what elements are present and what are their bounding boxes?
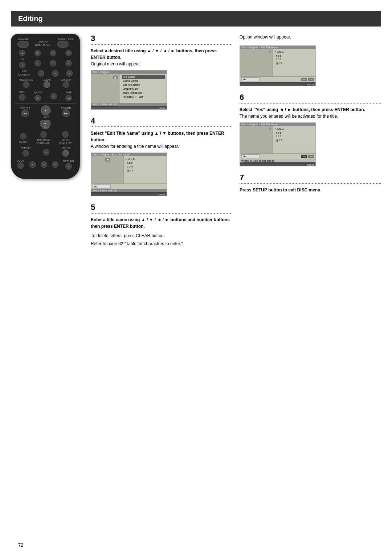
writing-progress-bar [259, 160, 274, 162]
s6-abc-line3: 1 2 3 [274, 135, 314, 139]
num1-button[interactable]: 1 [34, 50, 41, 56]
openclose-button[interactable] [57, 41, 69, 48]
screen3-item6: Protect OFF→ON [122, 95, 165, 99]
page-number: 72 [18, 542, 23, 548]
screen3-time: 0:01:25 [91, 107, 167, 109]
menu-button[interactable] [62, 131, 69, 138]
option-abc: ✓ A B C a b c 1 2 3 @ ! ? [274, 50, 314, 65]
screen4-thumb: ▣ [105, 158, 110, 162]
repeat-label: REPEAT [21, 147, 31, 150]
option-screen-title: Disc > Original > Edit Title Name [240, 46, 315, 49]
display-label: DISPLAY [34, 40, 51, 43]
step-5-text: Enter a title name using ▲ / ▼ / ◄ / ► b… [91, 216, 232, 230]
screen4-time: 0:01:25 [91, 194, 167, 196]
step-6-body: The name you entered will be activated f… [240, 114, 338, 119]
menu-label: MENUPLAY LIST [59, 139, 72, 145]
step-7-heading: Press SETUP button to exit DISC menu. [240, 187, 322, 193]
pause-button[interactable]: ⏸ [34, 95, 41, 101]
screen6-abc: ✓ A B C a b c 1 2 3 @ ! ? [274, 127, 314, 142]
step-3-body: Original menu will appear. [91, 61, 141, 66]
setup-button[interactable] [20, 133, 26, 139]
opt-abc-line2: a b c [274, 54, 314, 58]
topmenu-button[interactable] [40, 131, 47, 138]
step-5-body2: Refer to page 62 "Table for characters t… [91, 240, 232, 247]
ch-down-button[interactable]: ▼ [19, 62, 25, 68]
fwd-button[interactable]: ▶▶ [62, 109, 70, 117]
screen6-right: ✓ A B C a b c 1 2 3 @ ! ? [273, 126, 315, 153]
step-4-number: 4 [91, 116, 232, 126]
enter-label: ENTER [61, 147, 70, 150]
step-4: 4 Select "Edit Title Name" using ▲ / ▼ b… [91, 116, 232, 196]
steps-content: 3 Select a desired title using ▲ / ▼ / ◄… [91, 34, 381, 254]
nav-right-button[interactable]: ► [52, 161, 58, 168]
writing-label: Writing to Disc [241, 159, 258, 162]
step-6-divider [240, 103, 381, 104]
option-screen: Disc > Original > Edit Title Name ▣ ✓ A … [240, 45, 316, 86]
screen6-time: 0:01:25 [240, 164, 315, 166]
option-buttons: Yes No [301, 78, 314, 81]
remote-body: POWER DISPLAY TIMER PROG. OPEN/CLOSE ▲ 1… [11, 34, 80, 179]
nav-down-button[interactable]: ▼ [41, 161, 47, 168]
step-6-number: 6 [240, 93, 381, 102]
screen4-right: ✓ A B C a b c 1 2 3 @ ! ? [124, 156, 167, 183]
num5-button[interactable]: 5 [50, 60, 56, 66]
abc-line3: 1 2 3 [126, 165, 165, 169]
nav-left-button[interactable]: ◄ [29, 161, 36, 168]
num0-button[interactable]: 0 [50, 93, 57, 100]
timerprog-label: TIMER PROG. [34, 44, 51, 46]
screen3-thumb: ▣ [113, 76, 118, 79]
opt-abc-line1: ✓ A B C [274, 50, 314, 54]
cmskip-button[interactable] [63, 81, 69, 88]
screen3-left: ▣ [91, 74, 120, 103]
step-6-heading: Select "Yes" using ◄ / ► buttons, then p… [240, 107, 365, 112]
yes-btn: Yes [301, 78, 307, 81]
num7-button[interactable]: 7 [38, 70, 44, 77]
step-3-divider [91, 44, 232, 45]
num8-button[interactable]: 8 [52, 70, 58, 77]
step-5-number: 5 [91, 203, 232, 212]
rev-button[interactable]: ◄◄ [21, 109, 29, 117]
screen4-input: abc [93, 185, 111, 189]
num4-button[interactable]: 4 [34, 60, 41, 66]
num9-button[interactable]: 9 [66, 70, 73, 77]
num2-button[interactable]: 2 [50, 50, 56, 56]
clear-label: CLEAR [43, 78, 51, 81]
screen4-footer-text: JAN/ 1 1:00AM CH12 XP [93, 190, 117, 192]
ch-label: CH [19, 58, 25, 61]
ch-up-button[interactable]: ▲ [19, 50, 25, 56]
screen3-item3: Edit Title Name [122, 83, 165, 87]
option-screen-right: ✓ A B C a b c 1 2 3 @ ! ? [273, 49, 315, 76]
num6-button[interactable]: 6 [65, 60, 72, 66]
step-5-divider [91, 213, 232, 214]
clear-button[interactable] [44, 81, 50, 88]
s6-abc-line2: a b c [274, 131, 314, 135]
abc-line4: @ ! ? [126, 169, 165, 173]
rec-button[interactable] [19, 94, 25, 101]
step-5-body1: To delete letters, press CLEAR button. [91, 232, 232, 239]
nav-up-button[interactable]: ▲ [43, 149, 49, 155]
step-4-divider [91, 126, 232, 127]
enter-button[interactable] [62, 150, 69, 157]
stop-button[interactable]: ■ [40, 120, 50, 127]
abc-line1: ✓ A B C [126, 157, 165, 161]
zoom-button[interactable] [17, 162, 24, 169]
screen6-left: ▣ [240, 126, 273, 153]
return-button[interactable]: ↩ [65, 163, 72, 170]
step-6-text: Select "Yes" using ◄ / ► buttons, then p… [240, 106, 381, 119]
cmskip-label: CM SKIP [61, 78, 72, 81]
play-button[interactable]: ▶ [41, 105, 51, 116]
option-window-text: Option window will appear. [240, 34, 381, 40]
screen3-item4: Chapter Mark [122, 87, 165, 91]
screen6-yes-btn: Yes [301, 155, 307, 158]
recmode-button[interactable] [23, 81, 29, 88]
num3-button[interactable]: 3 [65, 50, 72, 56]
screen4-abc: ✓ A B C a b c 1 2 3 @ ! ? [126, 157, 165, 173]
step-3-screen: Disc > Original ▣ Title Delete Scene Del… [91, 70, 167, 110]
opt-abc-line4: @ ! ? [274, 62, 314, 66]
rev-label: REV ◄◄ [20, 106, 30, 109]
repeat-button[interactable] [23, 150, 29, 157]
rec-label: REC [19, 91, 25, 94]
screen3-footer: JAN/ 1 1:00AM CH12 XP [91, 103, 167, 106]
power-button[interactable] [17, 41, 29, 48]
skip-button[interactable]: ⏭ [65, 95, 72, 101]
